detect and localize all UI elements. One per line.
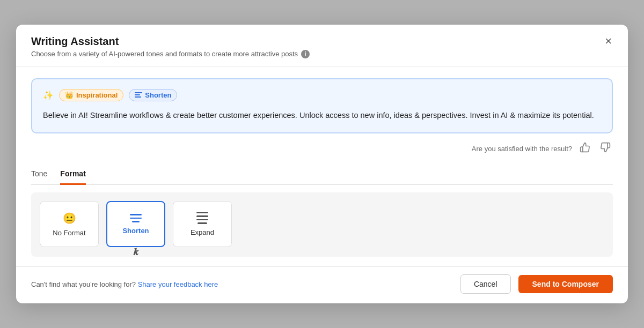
tone-tag-label: Inspirational: [76, 91, 118, 99]
cancel-button[interactable]: Cancel: [460, 274, 511, 294]
modal-footer: Can't find what you're looking for? Shar…: [16, 266, 628, 303]
thumbs-down-icon: [600, 142, 611, 153]
close-button[interactable]: ×: [602, 34, 615, 48]
expand-label: Expand: [191, 228, 214, 236]
format-tag[interactable]: Shorten: [129, 89, 177, 101]
thumbs-up-button[interactable]: [577, 141, 592, 156]
format-card-expand[interactable]: Expand: [173, 201, 232, 247]
shorten-label: Shorten: [122, 227, 149, 235]
result-card-header: ✨ 👑 Inspirational Shorten: [43, 89, 601, 101]
footer-actions: Cancel Send to Composer: [460, 274, 613, 294]
modal-header: Writing Assistant Choose from a variety …: [16, 25, 628, 66]
format-area: 😐 No Format Shorten 𝒌: [31, 192, 613, 257]
thumbs-down-button[interactable]: [598, 141, 613, 156]
shorten-tag-icon: [135, 92, 142, 98]
no-format-label: No Format: [53, 229, 85, 237]
result-text: Believe in AI! Streamline workflows & cr…: [43, 109, 601, 122]
satisfaction-label: Are you satisfied with the result?: [472, 145, 572, 153]
modal-title: Writing Assistant: [31, 35, 613, 48]
cursor-indicator: 𝒌: [134, 247, 138, 258]
modal-body: ✨ 👑 Inspirational Shorten Believe in AI!…: [16, 66, 628, 267]
result-card: ✨ 👑 Inspirational Shorten Believe in AI!…: [31, 78, 613, 134]
no-format-icon: 😐: [63, 212, 76, 225]
writing-assistant-modal: Writing Assistant Choose from a variety …: [16, 25, 628, 304]
tone-tag-emoji: 👑: [65, 91, 74, 99]
tab-tone[interactable]: Tone: [31, 166, 47, 185]
format-card-shorten[interactable]: Shorten 𝒌: [106, 201, 165, 247]
info-icon[interactable]: i: [301, 50, 310, 58]
format-card-no-format[interactable]: 😐 No Format: [40, 201, 99, 247]
shorten-icon: [130, 214, 142, 222]
tone-tag[interactable]: 👑 Inspirational: [59, 89, 123, 101]
expand-icon: [196, 212, 208, 224]
footer-feedback: Can't find what you're looking for? Shar…: [31, 280, 218, 288]
tabs-row: Tone Format: [31, 166, 613, 185]
send-to-composer-button[interactable]: Send to Composer: [518, 275, 613, 293]
modal-subtitle: Choose from a variety of AI-powered tone…: [31, 50, 613, 58]
wand-icon: ✨: [43, 90, 54, 100]
feedback-link[interactable]: Share your feedback here: [138, 280, 218, 288]
tab-format[interactable]: Format: [60, 166, 85, 185]
thumbs-up-icon: [580, 142, 590, 153]
satisfaction-row: Are you satisfied with the result?: [31, 141, 613, 156]
format-tag-label: Shorten: [145, 91, 171, 99]
